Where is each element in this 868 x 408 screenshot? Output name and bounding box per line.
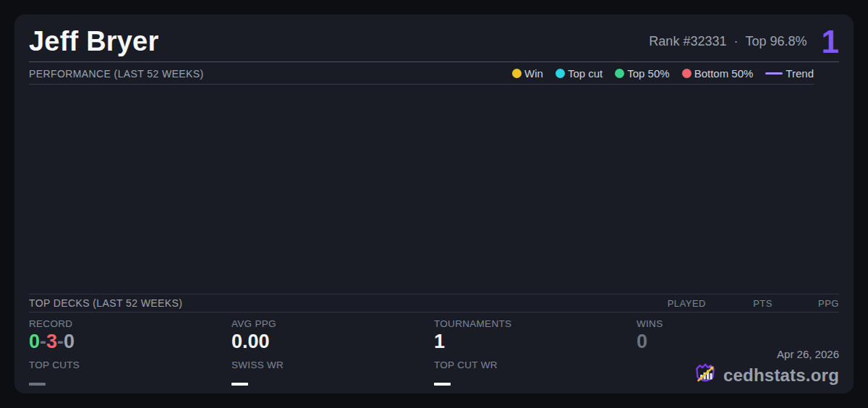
- stat-col-avg-ppg: AVG PPG 0.00 SWISS WR: [231, 318, 434, 386]
- win-dot-icon: [512, 69, 522, 78]
- performance-header-row: PERFORMANCE (LAST 52 WEEKS) Win Top cut …: [29, 62, 839, 85]
- chart-legend: Win Top cut Top 50% Bottom 50% Trend: [512, 67, 814, 80]
- top-cut-wr-label: TOP CUT WR: [434, 360, 637, 370]
- record-separator: -: [40, 331, 46, 352]
- top-50-dot-icon: [615, 69, 624, 78]
- wins-label: WINS: [637, 318, 839, 329]
- player-stats-card: Jeff Bryer Rank #32331 · Top 96.8% 1 PER…: [14, 14, 854, 394]
- legend-item-top-50: Top 50%: [615, 67, 669, 80]
- record-losses: 3: [46, 331, 57, 352]
- performance-section-title: PERFORMANCE (LAST 52 WEEKS): [29, 68, 204, 80]
- top-cuts-empty-dash: [29, 383, 46, 386]
- legend-item-trend: Trend: [765, 67, 814, 80]
- tournaments-value: 1: [434, 331, 637, 353]
- top-percent: Top 96.8%: [745, 34, 807, 49]
- stat-col-record: RECORD 0-3-0 TOP CUTS: [29, 318, 231, 386]
- tournaments-label: TOURNAMENTS: [434, 318, 637, 329]
- big-stat-number: 1: [822, 26, 839, 58]
- bottom-50-dot-icon: [682, 69, 692, 78]
- stat-block-top-cut-wr: TOP CUT WR: [434, 360, 637, 386]
- legend-label: Top 50%: [627, 67, 669, 80]
- stat-col-tournaments: TOURNAMENTS 1 TOP CUT WR: [434, 318, 637, 386]
- brand-row: cedhstats.org: [693, 362, 839, 389]
- top-decks-header-row: TOP DECKS (LAST 52 WEEKS) PLAYED PTS PPG: [29, 294, 839, 313]
- cedhstats-logo-icon: [693, 362, 718, 389]
- record-draws: 0: [64, 331, 75, 352]
- top-cuts-label: TOP CUTS: [29, 360, 231, 370]
- column-header-pts: PTS: [706, 298, 773, 309]
- top-cut-dot-icon: [556, 69, 565, 78]
- swiss-wr-empty-dash: [231, 383, 248, 386]
- legend-label: Bottom 50%: [694, 67, 754, 80]
- card-footer: Apr 26, 2026 cedhstats.org: [693, 348, 839, 389]
- legend-item-win: Win: [512, 67, 543, 80]
- trend-line-icon: [765, 72, 783, 75]
- date-label: Apr 26, 2026: [693, 348, 839, 360]
- top-decks-columns: PLAYED PTS PPG: [639, 298, 839, 309]
- top-decks-section-title: TOP DECKS (LAST 52 WEEKS): [29, 297, 182, 309]
- rank-number: Rank #32331: [649, 34, 726, 49]
- record-wins: 0: [29, 331, 40, 352]
- brand-name: cedhstats.org: [723, 365, 839, 386]
- rank-separator: ·: [733, 34, 738, 49]
- card-header: Jeff Bryer Rank #32331 · Top 96.8% 1: [29, 14, 839, 62]
- avg-ppg-label: AVG PPG: [231, 318, 434, 329]
- stat-block-top-cuts: TOP CUTS: [29, 360, 231, 386]
- top-cut-wr-empty-dash: [434, 383, 451, 386]
- legend-label: Win: [524, 67, 543, 80]
- column-header-played: PLAYED: [639, 298, 706, 309]
- record-label: RECORD: [29, 318, 231, 329]
- swiss-wr-label: SWISS WR: [231, 360, 434, 370]
- player-name: Jeff Bryer: [29, 26, 158, 57]
- rank-line: Rank #32331 · Top 96.8%: [649, 34, 807, 49]
- record-value: 0-3-0: [29, 331, 231, 353]
- legend-label: Trend: [786, 67, 814, 80]
- column-header-ppg: PPG: [773, 298, 839, 309]
- avg-ppg-value: 0.00: [231, 331, 434, 353]
- legend-item-bottom-50: Bottom 50%: [682, 67, 754, 80]
- performance-chart: [29, 85, 839, 294]
- legend-item-top-cut: Top cut: [556, 67, 603, 80]
- legend-label: Top cut: [568, 67, 603, 80]
- header-right: Rank #32331 · Top 96.8% 1: [649, 26, 839, 58]
- record-separator: -: [57, 331, 64, 352]
- stat-block-swiss-wr: SWISS WR: [231, 360, 434, 386]
